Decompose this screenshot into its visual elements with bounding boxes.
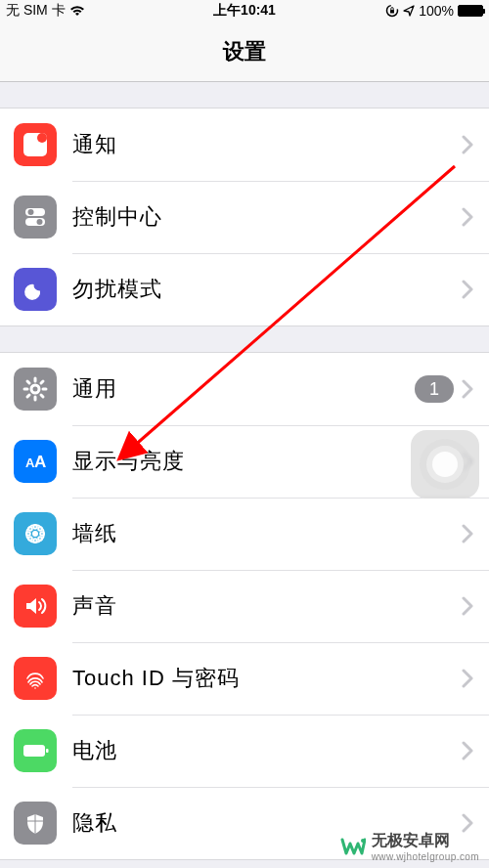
privacy-icon (14, 802, 57, 845)
svg-line-13 (27, 381, 29, 383)
carrier-text: 无 SIM 卡 (6, 2, 66, 20)
battery-row-icon (14, 729, 57, 772)
svg-point-25 (28, 527, 32, 531)
status-bar: 无 SIM 卡 上午10:41 100% (0, 0, 489, 22)
svg-rect-1 (390, 10, 394, 14)
chevron-right-icon (462, 280, 473, 299)
notifications-icon (14, 123, 57, 166)
dnd-icon (14, 268, 57, 311)
display-icon: AA (14, 440, 57, 483)
status-right: 100% (385, 3, 483, 19)
svg-rect-29 (23, 745, 45, 757)
chevron-right-icon (462, 379, 473, 399)
svg-point-26 (38, 527, 42, 531)
row-wallpaper[interactable]: 墙纸 (0, 498, 489, 570)
svg-point-7 (37, 219, 43, 225)
row-sounds[interactable]: 声音 (0, 570, 489, 642)
battery-percent: 100% (419, 3, 454, 19)
row-accessory: 1 (415, 375, 473, 403)
settings-group-2: 通用 1 AA 显示与亮度 墙纸 声音 (0, 352, 489, 860)
svg-line-16 (27, 395, 29, 397)
nav-bar: 设置 (0, 22, 489, 82)
row-label: 显示与亮度 (72, 447, 462, 476)
svg-point-23 (26, 532, 30, 536)
svg-point-32 (361, 839, 365, 843)
page-title: 设置 (223, 37, 266, 66)
badge: 1 (415, 375, 454, 403)
watermark: 无极安卓网 www.wjhotelgroup.com (340, 831, 479, 862)
row-control-center[interactable]: 控制中心 (0, 181, 489, 253)
row-label: 通用 (72, 374, 415, 404)
status-left: 无 SIM 卡 (6, 2, 85, 20)
location-icon (403, 5, 415, 17)
svg-point-27 (28, 537, 32, 541)
row-touchid[interactable]: Touch ID 与密码 (0, 642, 489, 715)
row-notifications[interactable]: 通知 (0, 108, 489, 181)
control-center-icon (14, 195, 57, 239)
watermark-brand: 无极安卓网 (372, 831, 479, 851)
chevron-right-icon (462, 135, 473, 154)
row-label: 勿扰模式 (72, 275, 462, 304)
assistive-touch-button[interactable] (411, 430, 479, 499)
svg-point-24 (40, 532, 44, 536)
chevron-right-icon (462, 207, 473, 227)
sounds-icon (14, 585, 57, 628)
battery-icon (458, 5, 483, 17)
touchid-icon (14, 657, 57, 700)
row-label: 通知 (72, 130, 462, 159)
row-label: Touch ID 与密码 (72, 664, 462, 693)
status-time: 上午10:41 (213, 2, 276, 20)
rotation-lock-icon (385, 4, 399, 18)
svg-text:A: A (34, 453, 46, 471)
svg-rect-30 (46, 749, 49, 753)
chevron-right-icon (462, 524, 473, 543)
svg-point-21 (33, 525, 37, 529)
watermark-logo-icon (340, 834, 366, 859)
watermark-url: www.wjhotelgroup.com (372, 851, 479, 862)
row-label: 控制中心 (72, 202, 462, 232)
row-label: 墙纸 (72, 519, 462, 548)
row-general[interactable]: 通用 1 (0, 353, 489, 425)
general-icon (14, 368, 57, 411)
svg-point-22 (33, 539, 37, 542)
wallpaper-icon (14, 512, 57, 555)
svg-point-20 (33, 532, 37, 536)
chevron-right-icon (462, 741, 473, 760)
chevron-right-icon (462, 596, 473, 616)
row-battery[interactable]: 电池 (0, 715, 489, 787)
chevron-right-icon (462, 813, 473, 833)
svg-point-8 (31, 385, 39, 393)
svg-point-5 (28, 209, 34, 215)
svg-point-28 (38, 537, 42, 541)
wifi-icon (69, 5, 85, 17)
settings-group-1: 通知 控制中心 勿扰模式 (0, 108, 489, 326)
svg-line-14 (41, 395, 43, 397)
chevron-right-icon (462, 669, 473, 688)
row-label: 声音 (72, 591, 462, 621)
row-dnd[interactable]: 勿扰模式 (0, 253, 489, 326)
svg-point-3 (37, 133, 47, 143)
svg-line-15 (41, 381, 43, 383)
row-label: 电池 (72, 736, 462, 765)
